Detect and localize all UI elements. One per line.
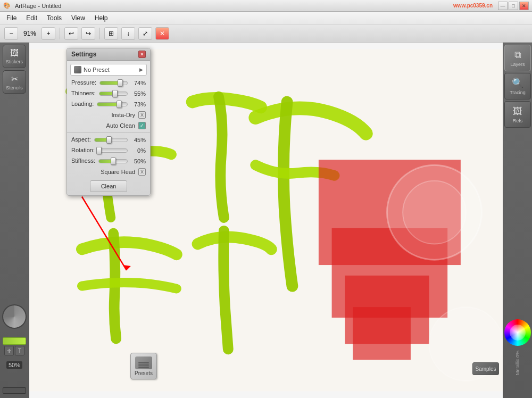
loading-value: 73%	[131, 101, 146, 107]
instadry-checkbox[interactable]: X	[138, 111, 146, 119]
metallic-label: Metallic 0%	[515, 351, 520, 375]
stickers-label: Stickers	[6, 59, 23, 64]
stickers-tool[interactable]: 🖼 Stickers	[3, 45, 26, 68]
menu-help[interactable]: Help	[90, 13, 112, 23]
stiffness-thumb[interactable]	[111, 157, 116, 165]
aspect-track[interactable]	[94, 138, 128, 142]
menu-edit[interactable]: Edit	[22, 13, 41, 23]
squarehead-checkbox[interactable]: X	[138, 168, 146, 176]
tracing-button[interactable]: 🔍 Tracing	[504, 73, 531, 100]
fullscreen-button[interactable]: ⤢	[138, 27, 152, 40]
stencils-label: Stencils	[6, 85, 23, 90]
aspect-value: 45%	[131, 137, 146, 143]
autoclean-check: ✓	[140, 123, 144, 128]
stiffness-value: 50%	[131, 158, 146, 164]
pressure-track[interactable]	[99, 81, 128, 85]
titlebar: 🎨 ArtRage - Untitled www.pc0359.cn — □ ✕	[0, 0, 532, 12]
aspect-row: Aspect: 45%	[67, 135, 150, 145]
preset-arrow: ▶	[139, 67, 143, 72]
preset-bar[interactable]: No Preset ▶	[70, 64, 147, 76]
rotation-thumb[interactable]	[96, 147, 102, 154]
color-wheel[interactable]	[504, 319, 531, 346]
instadry-label: Insta-Dry	[111, 112, 135, 118]
layers-icon: ⧉	[514, 49, 521, 61]
clean-button[interactable]: Clean	[90, 180, 128, 192]
color-wheel-inner	[510, 325, 526, 341]
rotation-track[interactable]	[98, 148, 128, 153]
settings-header: Settings ×	[67, 48, 150, 61]
menu-tools[interactable]: Tools	[43, 13, 66, 23]
toolbar-separator-2	[99, 28, 100, 39]
presets-lines-icon	[138, 362, 149, 363]
clean-button-area: Clean	[67, 177, 150, 195]
redo-button[interactable]: ↪	[81, 27, 95, 40]
thinners-label: Thinners:	[71, 90, 96, 96]
menu-view[interactable]: View	[67, 13, 89, 23]
undo-button[interactable]: ↩	[64, 27, 78, 40]
thinners-thumb[interactable]	[112, 90, 118, 97]
samples-label: Samples	[476, 366, 496, 372]
squarehead-row: Square Head X	[67, 167, 150, 177]
aspect-label: Aspect:	[71, 136, 91, 143]
thinners-row: Thinners: 55%	[67, 88, 150, 99]
preset-icon	[74, 66, 81, 73]
main-area: 🖼 Stickers ✂ Stencils ✛ T 50%	[0, 43, 532, 398]
toolbar-separator	[60, 28, 60, 39]
grid-button[interactable]: ⊞	[104, 27, 118, 40]
maximize-button[interactable]: □	[509, 2, 518, 10]
tracing-label: Tracing	[510, 90, 526, 95]
layers-label: Layers	[510, 62, 525, 67]
tracing-icon: 🔍	[512, 77, 523, 89]
size-display: 50%	[0, 361, 29, 369]
tool-wheel[interactable]	[2, 304, 27, 329]
color-indicator[interactable]	[3, 337, 26, 345]
bottom-tools: ✛ T	[2, 337, 27, 355]
zoom-minus-button[interactable]: −	[4, 27, 18, 40]
pressure-value: 74%	[131, 80, 146, 86]
settings-title: Settings	[71, 51, 96, 58]
refs-button[interactable]: 🖼 Refs	[504, 101, 531, 128]
brush-tools-row	[2, 387, 27, 394]
squarehead-label: Square Head	[101, 169, 135, 175]
close-button[interactable]: ✕	[519, 2, 529, 10]
zoom-level: 91%	[21, 30, 38, 37]
thinners-track[interactable]	[99, 92, 128, 96]
preset-label: No Preset	[84, 67, 110, 73]
instadry-row: Insta-Dry X	[67, 110, 150, 120]
toolbar: − 91% + ↩ ↪ ⊞ ↓ ⤢ ✕	[0, 24, 532, 43]
watermark: www.pc0359.cn	[453, 3, 493, 9]
brush-preset-indicator	[3, 387, 26, 394]
loading-row: Loading: 73%	[67, 99, 150, 110]
text-tool[interactable]: T	[15, 346, 24, 355]
autoclean-label: Auto Clean	[106, 122, 135, 129]
color-wheel-container	[504, 318, 531, 347]
settings-divider-1	[67, 132, 150, 133]
autoclean-checkbox[interactable]: ✓	[138, 122, 146, 129]
tool-wheel-area	[2, 304, 27, 329]
move-tool[interactable]: ✛	[4, 346, 14, 355]
settings-panel: Settings × No Preset ▶ Pressure:	[66, 48, 151, 196]
loading-track[interactable]	[97, 102, 128, 106]
refs-label: Refs	[513, 118, 523, 123]
rotation-row: Rotation: 0%	[67, 145, 150, 156]
minimize-button[interactable]: —	[498, 2, 508, 10]
close-canvas-button[interactable]: ✕	[155, 27, 169, 40]
export-button[interactable]: ↓	[121, 27, 135, 40]
presets-button[interactable]: Presets	[130, 353, 157, 379]
stiffness-label: Stiffness:	[71, 157, 95, 164]
presets-icon	[135, 356, 152, 369]
zoom-plus-button[interactable]: +	[41, 27, 55, 40]
stencils-tool[interactable]: ✂ Stencils	[3, 70, 26, 94]
right-panel: ⧉ Layers 🔍 Tracing 🖼 Refs Metallic 0% Sa…	[503, 43, 532, 398]
aspect-thumb[interactable]	[106, 136, 112, 144]
canvas-area[interactable]: Settings × No Preset ▶ Pressure:	[29, 43, 503, 398]
stiffness-row: Stiffness: 50%	[67, 156, 150, 167]
settings-close-button[interactable]: ×	[138, 51, 146, 58]
pressure-thumb[interactable]	[118, 79, 123, 87]
stiffness-track[interactable]	[98, 159, 128, 163]
layers-button[interactable]: ⧉ Layers	[504, 45, 531, 71]
pressure-label: Pressure:	[71, 79, 96, 86]
loading-thumb[interactable]	[117, 101, 122, 108]
menu-file[interactable]: File	[2, 13, 21, 23]
samples-button[interactable]: Samples	[472, 362, 499, 375]
